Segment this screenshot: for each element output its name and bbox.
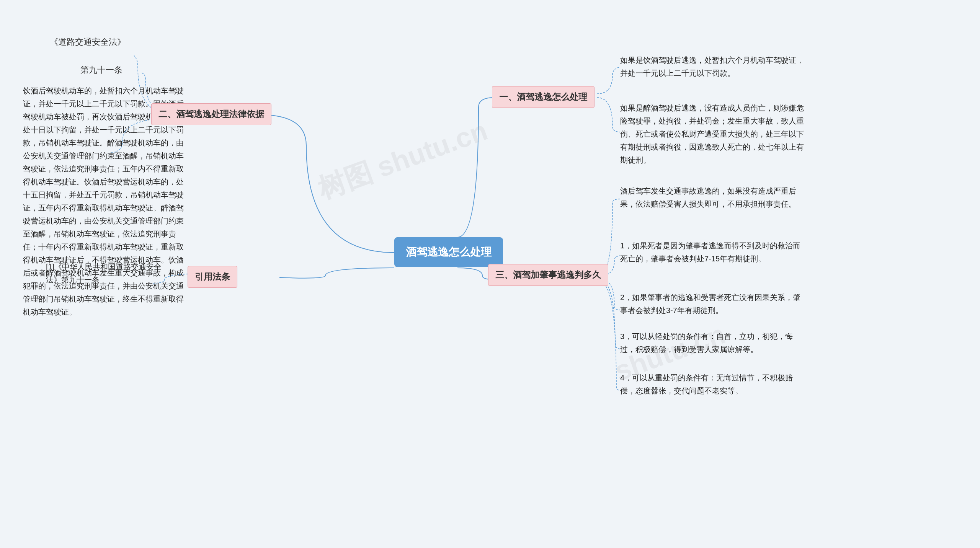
- road-safety-law-title: 《道路交通安全法》: [50, 36, 126, 48]
- watermark-1: 树图 shutu.cn: [313, 113, 493, 208]
- right-text-4: 1，如果死者是因为肇事者逃逸而得不到及时的救治而死亡的，肇事者会被判处7-15年…: [620, 239, 804, 265]
- article-91-label: 第九十一条: [80, 64, 122, 76]
- right-text-5: 2，如果肇事者的逃逸和受害者死亡没有因果关系，肇事者会被判处3-7年有期徒刑。: [620, 291, 804, 317]
- cite-content-text: [1]《中华人民共和国道路交通安全法》第九十一条: [46, 260, 176, 286]
- drunk-penalty-node: 三、酒驾加肇事逃逸判多久: [488, 264, 608, 286]
- center-node: 酒驾逃逸怎么处理: [394, 237, 503, 267]
- right-text-1: 如果是饮酒驾驶后逃逸，处暂扣六个月机动车驾驶证，并处一千元以上二千元以下罚款。: [620, 54, 804, 80]
- mind-map: 树图 shutu.cn shutu.cn 酒驾逃逸怎么处理 《道路交通安全法》 …: [0, 0, 980, 548]
- law-basis-node: 二、酒驾逃逸处理法律依据: [151, 103, 271, 125]
- right-text-7: 4，可以从重处罚的条件有：无悔过情节，不积极赔偿，态度嚣张，交代问题不老实等。: [620, 371, 804, 397]
- cite-law-node: 引用法条: [188, 266, 237, 288]
- right-text-6: 3，可以从轻处罚的条件有：自首，立功，初犯，悔过，积极赔偿，得到受害人家属谅解等…: [620, 330, 804, 356]
- how-handle-node: 一、酒驾逃逸怎么处理: [492, 86, 595, 108]
- right-text-2: 如果是醉酒驾驶后逃逸，没有造成人员伤亡，则涉嫌危险驾驶罪，处拘役，并处罚金；发生…: [620, 101, 804, 166]
- right-text-3: 酒后驾车发生交通事故逃逸的，如果没有造成严重后果，依法赔偿受害人损失即可，不用承…: [620, 184, 804, 210]
